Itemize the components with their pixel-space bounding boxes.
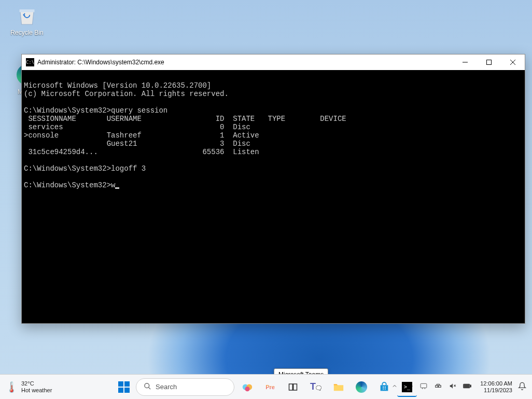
- svg-rect-1: [487, 60, 492, 65]
- svg-point-8: [245, 387, 249, 391]
- minimize-button[interactable]: [453, 54, 477, 70]
- taskbar-search[interactable]: Search: [136, 378, 234, 396]
- svg-rect-22: [470, 385, 471, 387]
- taskbar-icon-copilot[interactable]: [237, 377, 257, 397]
- weather-temp: 32°C: [21, 380, 52, 387]
- clock-date: 11/19/2023: [480, 387, 512, 394]
- terminal-line: 31c5ce94259d4... 65536 Listen: [24, 148, 259, 156]
- desktop-icon-label: Recycle Bin: [7, 29, 47, 36]
- window-titlebar[interactable]: C:\ Administrator: C:\Windows\system32\c…: [22, 54, 525, 70]
- svg-line-5: [148, 387, 150, 389]
- weather-desc: Hot weather: [21, 387, 52, 394]
- window-title: Administrator: C:\Windows\system32\cmd.e…: [37, 59, 453, 66]
- taskbar-clock[interactable]: 12:06:00 AM 11/19/2023: [480, 380, 512, 394]
- taskbar-icon-explorer[interactable]: [329, 377, 348, 397]
- tray-battery-icon[interactable]: [463, 383, 472, 391]
- cmd-app-icon: C:\: [26, 58, 34, 66]
- close-button[interactable]: [501, 54, 525, 70]
- taskbar-icon-edge[interactable]: [352, 377, 371, 397]
- tray-language-icon[interactable]: [419, 382, 428, 391]
- edge-icon: [356, 381, 367, 393]
- tray-volume-icon[interactable]: [448, 382, 457, 391]
- cmd-icon: >_: [402, 382, 412, 392]
- folder-icon: [333, 381, 344, 393]
- taskbar-icon-taskview[interactable]: [283, 377, 303, 397]
- svg-rect-15: [439, 386, 441, 388]
- cmd-window[interactable]: C:\ Administrator: C:\Windows\system32\c…: [21, 54, 525, 324]
- terminal-line-current: C:\Windows\System32>w: [24, 181, 119, 189]
- terminal-line: [24, 173, 28, 181]
- search-placeholder: Search: [156, 383, 177, 391]
- desktop-icon-recycle-bin[interactable]: Recycle Bin: [7, 3, 47, 36]
- terminal-output[interactable]: Microsoft Windows [Version 10.0.22635.27…: [22, 70, 525, 323]
- svg-rect-14: [436, 386, 438, 388]
- clock-time: 12:06:00 AM: [480, 380, 512, 387]
- taskbar: 🌡️ 32°C Hot weather Search Pre T🗨️: [0, 374, 532, 399]
- taskbar-icon-teams[interactable]: T🗨️: [306, 377, 326, 397]
- terminal-cursor: [115, 187, 119, 189]
- taskview-icon: [288, 382, 298, 392]
- taskbar-icon-app[interactable]: Pre: [260, 377, 280, 397]
- search-icon: [144, 382, 151, 392]
- terminal-line: >console Tashreef 1 Active: [24, 131, 259, 140]
- taskbar-icon-cmd[interactable]: >_: [397, 377, 417, 397]
- terminal-line: [24, 156, 28, 164]
- terminal-line: Guest21 3 Disc: [24, 140, 250, 148]
- svg-rect-10: [293, 384, 297, 390]
- teams-icon: T🗨️: [310, 381, 321, 392]
- svg-rect-9: [289, 384, 293, 390]
- app-icon: Pre: [265, 384, 275, 390]
- weather-widget[interactable]: 🌡️ 32°C Hot weather: [0, 375, 57, 399]
- terminal-line: C:\Windows\System32>query session: [24, 106, 167, 115]
- terminal-line: (c) Microsoft Corporation. All rights re…: [24, 90, 229, 98]
- terminal-line: [24, 98, 28, 106]
- windows-logo-icon: [118, 381, 130, 393]
- tray-notifications-icon[interactable]: [517, 382, 527, 392]
- terminal-line: services 0 Disc: [24, 123, 250, 131]
- svg-rect-11: [421, 383, 427, 388]
- svg-rect-23: [464, 385, 469, 388]
- terminal-line: SESSIONNAME USERNAME ID STATE TYPE DEVIC…: [24, 115, 346, 123]
- start-button[interactable]: [115, 378, 133, 396]
- terminal-line: C:\Windows\System32>logoff 3: [24, 164, 146, 173]
- thermometer-icon: 🌡️: [5, 381, 18, 393]
- taskbar-icon-store[interactable]: [374, 377, 394, 397]
- maximize-button[interactable]: [477, 54, 501, 70]
- svg-point-4: [145, 383, 149, 388]
- recycle-bin-icon: [15, 3, 39, 28]
- store-icon: [379, 381, 390, 393]
- terminal-line: Microsoft Windows [Version 10.0.22635.27…: [24, 81, 211, 90]
- tray-network-icon[interactable]: [433, 382, 443, 391]
